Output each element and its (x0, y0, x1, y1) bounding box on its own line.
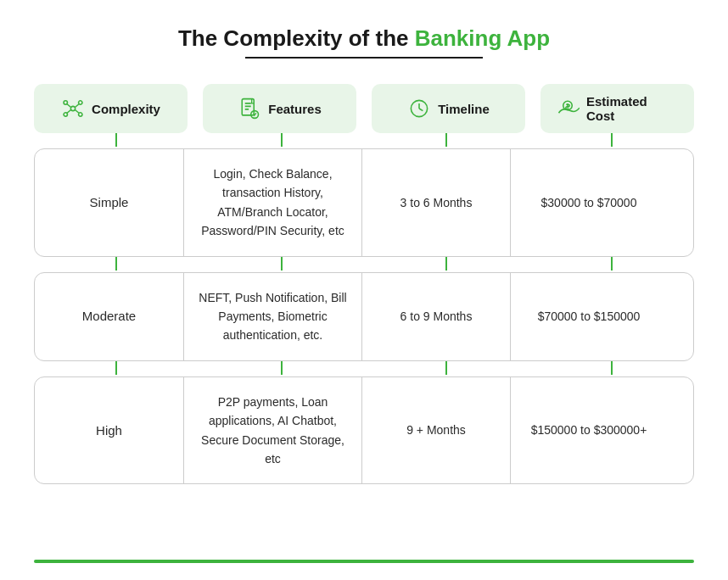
money-icon (556, 97, 580, 120)
row-simple: Simple Login, Check Balance, transaction… (34, 148, 694, 257)
connector-row2-row3 (34, 361, 694, 376)
svg-point-0 (70, 106, 75, 110)
page-title: The Complexity of the Banking App (34, 25, 694, 52)
timeline-high: 9 + Months (361, 377, 510, 484)
cost-high: $150000 to $300000+ (510, 377, 667, 484)
vert-line-4 (611, 133, 613, 147)
bottom-bar (34, 560, 694, 563)
features-high: P2P payments, Loan applications, AI Chat… (183, 377, 361, 484)
complexity-simple: Simple (35, 149, 183, 256)
svg-line-5 (67, 104, 71, 108)
document-icon (238, 97, 261, 120)
vert-line-8 (611, 257, 613, 270)
row-high: High P2P payments, Loan applications, AI… (34, 376, 694, 485)
complexity-moderate: Moderate (35, 273, 183, 360)
connector-header-row1 (34, 133, 694, 148)
header-features: Features (203, 84, 356, 133)
main-content: The Complexity of the Banking App Comple… (34, 25, 694, 484)
vert-line-9 (115, 361, 117, 375)
vert-line-10 (281, 361, 283, 375)
vert-line-6 (281, 257, 283, 270)
cost-moderate: $70000 to $150000 (510, 273, 667, 360)
svg-line-13 (419, 109, 423, 111)
vert-line-11 (445, 361, 447, 375)
vert-line-3 (445, 133, 447, 147)
network-icon (61, 97, 85, 120)
svg-line-6 (75, 104, 79, 108)
svg-point-3 (64, 113, 67, 116)
vert-line-12 (611, 361, 613, 375)
svg-line-7 (67, 109, 71, 113)
svg-point-1 (64, 101, 67, 104)
header-cost: Estimated Cost (540, 84, 694, 133)
vert-line-5 (115, 257, 117, 270)
header-complexity-label: Complexity (92, 102, 160, 116)
vert-line-7 (445, 257, 447, 270)
timeline-simple: 3 to 6 Months (361, 149, 510, 256)
svg-point-2 (79, 101, 82, 104)
cost-simple: $30000 to $70000 (510, 149, 667, 256)
svg-line-8 (75, 109, 79, 113)
connector-row1-row2 (34, 257, 694, 272)
svg-point-4 (79, 113, 82, 116)
header-features-label: Features (268, 102, 322, 116)
title-underline (245, 57, 483, 59)
header-timeline-label: Timeline (438, 102, 490, 116)
features-simple: Login, Check Balance, transaction Histor… (183, 149, 361, 256)
header-timeline: Timeline (372, 84, 525, 133)
vert-line-1 (115, 133, 117, 147)
features-moderate: NEFT, Push Notification, Bill Payments, … (183, 273, 361, 360)
header-row: Complexity Features Timeline (34, 84, 694, 133)
timeline-moderate: 6 to 9 Months (361, 273, 510, 360)
clock-icon (407, 97, 431, 120)
header-complexity: Complexity (34, 84, 188, 133)
complexity-high: High (35, 377, 183, 484)
row-moderate: Moderate NEFT, Push Notification, Bill P… (34, 272, 694, 361)
header-cost-label: Estimated Cost (586, 94, 679, 123)
vert-line-2 (281, 133, 283, 147)
